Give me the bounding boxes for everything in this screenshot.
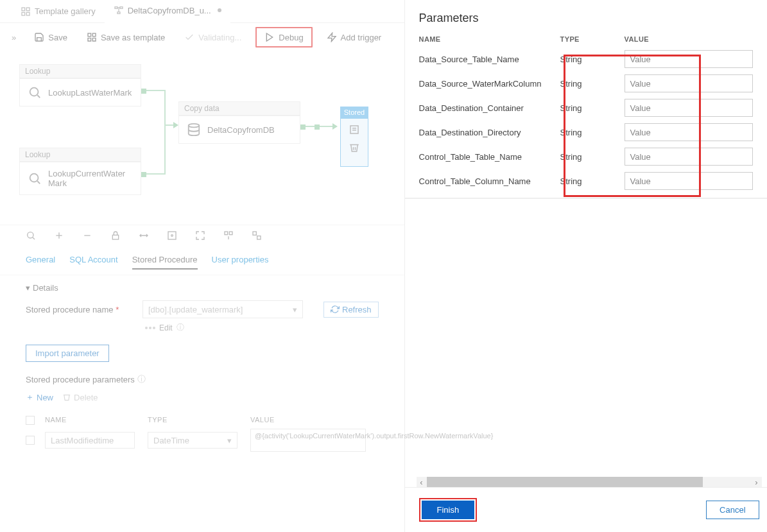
param-type: String: [560, 152, 625, 162]
scroll-right-icon[interactable]: ›: [752, 477, 762, 487]
svg-rect-2: [22, 12, 25, 15]
param-type-select[interactable]: DateTime▾: [148, 432, 237, 449]
svg-rect-31: [257, 236, 261, 239]
scroll-left-icon[interactable]: ‹: [417, 477, 427, 487]
edit-link[interactable]: Edit ⓘ: [145, 322, 379, 333]
canvas-toolbar: [0, 225, 404, 246]
connector-handle[interactable]: [141, 172, 146, 177]
editor-toolbar: » Save Save as template Validating... De…: [0, 23, 404, 51]
arrow-right-icon: [173, 122, 178, 128]
col-value: VALUE: [625, 35, 759, 43]
debug-button[interactable]: Debug: [255, 27, 312, 47]
parameters-panel-title: Parameters: [405, 0, 767, 31]
tab-label: DeltaCopyfromDB_u...: [128, 6, 211, 15]
debug-label: Debug: [279, 33, 303, 42]
param-value-input[interactable]: Value: [625, 50, 753, 68]
select-all-checkbox[interactable]: [26, 416, 35, 425]
tab-user-properties[interactable]: User properties: [212, 251, 269, 270]
refresh-button[interactable]: Refresh: [323, 302, 379, 318]
horizontal-scrollbar[interactable]: ‹ ›: [417, 477, 762, 487]
grip-icon: [145, 327, 155, 329]
row-checkbox[interactable]: [26, 436, 35, 445]
svg-rect-30: [253, 232, 256, 235]
svg-rect-27: [225, 232, 228, 235]
trigger-icon: [327, 32, 337, 42]
save-button[interactable]: Save: [29, 30, 73, 44]
param-value-input[interactable]: Value: [625, 123, 753, 141]
lock-icon[interactable]: [110, 230, 121, 241]
trash-icon[interactable]: [349, 142, 360, 153]
param-value-input[interactable]: @{activity('LookupCurrentWaterMark').out…: [250, 429, 366, 452]
search-icon[interactable]: [26, 230, 36, 241]
param-name: Control_Table_Table_Name: [419, 152, 560, 162]
save-template-label: Save as template: [101, 33, 165, 42]
connector-line: [164, 126, 166, 175]
info-icon: ⓘ: [177, 322, 184, 333]
param-name-input[interactable]: LastModifiedtime: [45, 432, 135, 449]
fit-screen-icon[interactable]: [167, 230, 177, 241]
connector-handle[interactable]: [141, 89, 146, 94]
sp-params-table: NAME TYPE VALUE LastModifiedtime DateTim…: [26, 412, 379, 452]
connector-handle[interactable]: [300, 124, 306, 130]
cancel-button[interactable]: Cancel: [706, 501, 759, 519]
tab-label: Template gallery: [35, 6, 96, 16]
param-value-input[interactable]: Value: [625, 148, 753, 166]
tab-template-gallery[interactable]: Template gallery: [12, 0, 105, 23]
finish-button[interactable]: Finish: [422, 501, 475, 519]
layout-icon[interactable]: [252, 230, 262, 241]
fullscreen-icon[interactable]: [195, 230, 205, 241]
scrollbar-thumb[interactable]: [427, 477, 703, 487]
connector-line: [164, 90, 166, 126]
table-row: Data_Destination_Directory String Value: [405, 120, 767, 144]
minus-icon[interactable]: [82, 230, 92, 241]
import-parameter-button[interactable]: Import parameter: [26, 345, 109, 362]
svg-rect-28: [229, 232, 232, 235]
validate-button[interactable]: Validating...: [179, 30, 246, 44]
new-param-button[interactable]: ＋New: [26, 391, 53, 403]
tab-sql-account[interactable]: SQL Account: [69, 251, 117, 270]
fit-width-icon[interactable]: [139, 230, 149, 241]
parameters-table-header: NAME TYPE VALUE: [405, 31, 767, 47]
svg-line-14: [37, 181, 40, 184]
refresh-icon: [331, 305, 340, 314]
param-name: Control_Table_Column_Name: [419, 176, 560, 186]
activity-name: LookupLastWaterMark: [48, 88, 132, 98]
pipeline-canvas[interactable]: Lookup LookupLastWaterMark Lookup Lookup…: [0, 51, 404, 225]
param-value-input[interactable]: Value: [625, 99, 753, 117]
details-header[interactable]: ▾ Details: [26, 283, 379, 293]
svg-rect-8: [92, 33, 96, 37]
chevron-down-icon: ▾: [26, 283, 30, 293]
save-icon: [34, 32, 44, 42]
tab-stored-procedure[interactable]: Stored Procedure: [132, 251, 198, 270]
chevron-right-icon[interactable]: »: [12, 33, 16, 42]
svg-marker-9: [267, 33, 273, 41]
align-icon[interactable]: [223, 230, 234, 241]
svg-rect-3: [26, 12, 30, 15]
connector-handle[interactable]: [315, 124, 320, 130]
delete-param-button[interactable]: Delete: [62, 391, 98, 403]
save-template-button[interactable]: Save as template: [82, 30, 170, 44]
editor-tabs: Template gallery DeltaCopyfromDB_u...: [0, 0, 404, 23]
activity-type-label: Lookup: [19, 148, 141, 162]
param-name: Data_Source_WaterMarkColumn: [419, 79, 560, 89]
svg-marker-10: [328, 33, 336, 41]
database-icon: [187, 123, 201, 137]
param-value-input[interactable]: Value: [625, 172, 753, 190]
tab-pipeline[interactable]: DeltaCopyfromDB_u...: [105, 0, 230, 23]
add-trigger-button[interactable]: Add trigger: [322, 30, 387, 44]
sp-name-select[interactable]: [dbo].[update_watermark] ▾: [142, 300, 303, 318]
tab-general[interactable]: General: [26, 251, 55, 270]
table-row: Control_Table_Column_Name String Value: [405, 169, 767, 198]
plus-icon[interactable]: [54, 230, 64, 241]
properties-tabs: General SQL Account Stored Procedure Use…: [0, 246, 404, 275]
activity-name: LookupCurrentWaterMark: [48, 169, 125, 188]
activity-copy[interactable]: Copy data DeltaCopyfromDB: [178, 101, 300, 144]
activity-lookup-last[interactable]: Lookup LookupLastWaterMark: [19, 64, 141, 107]
table-row: Data_Source_WaterMarkColumn String Value: [405, 71, 767, 96]
trigger-label: Add trigger: [341, 33, 382, 42]
table-row: Data_Destination_Container String Value: [405, 96, 767, 120]
chevron-down-icon: ▾: [293, 305, 297, 314]
param-value-input[interactable]: Value: [625, 74, 753, 92]
col-name: NAME: [419, 35, 560, 43]
activity-lookup-current[interactable]: Lookup LookupCurrentWaterMark: [19, 148, 141, 195]
